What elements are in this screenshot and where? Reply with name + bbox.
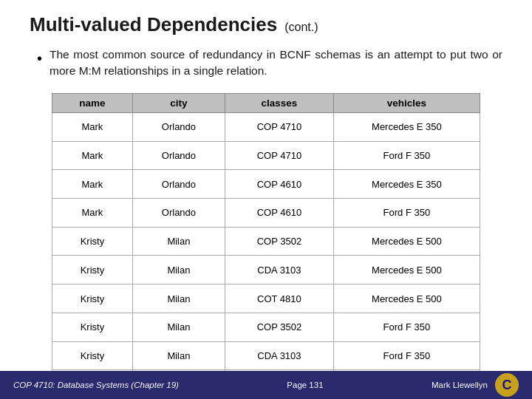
table-cell: Mercedes E 500: [333, 227, 480, 256]
title-main: Multi-valued Dependencies: [30, 13, 277, 36]
table-cell: COP 4710: [225, 112, 334, 141]
table-cell: CDA 3103: [225, 341, 334, 370]
table-container: name city classes vehicles MarkOrlandoCO…: [30, 93, 502, 399]
title-row: Multi-valued Dependencies (cont.): [30, 13, 502, 36]
footer-right-group: Mark Llewellyn C: [432, 373, 519, 397]
col-city: city: [132, 93, 225, 112]
table-cell: Mercedes E 350: [333, 170, 480, 199]
table-cell: Kristy: [52, 313, 133, 341]
table-cell: Mercedes E 500: [333, 284, 480, 313]
table-cell: Orlando: [132, 112, 225, 141]
table-cell: Milan: [132, 284, 225, 313]
table-row: KristyMilanCDA 3103Mercedes E 500: [52, 256, 480, 284]
table-row: KristyMilanCDA 3103Ford F 350: [52, 341, 480, 370]
slide: Multi-valued Dependencies (cont.) • The …: [0, 0, 532, 399]
bullet-text: The most common source of redundancy in …: [50, 47, 502, 80]
table-cell: Mercedes E 500: [333, 256, 480, 284]
table-cell: Orlando: [132, 141, 225, 170]
table-cell: COP 3502: [225, 227, 334, 256]
table-cell: COP 4610: [225, 170, 334, 199]
table-cell: Mark: [52, 141, 133, 170]
table-cell: Mark: [52, 199, 133, 228]
table-row: KristyMilanCOT 4810Mercedes E 500: [52, 284, 480, 313]
footer-author: Mark Llewellyn: [432, 381, 488, 389]
col-classes: classes: [225, 93, 334, 112]
table-cell: Milan: [132, 341, 225, 370]
table-cell: Kristy: [52, 284, 133, 313]
data-table: name city classes vehicles MarkOrlandoCO…: [52, 93, 480, 399]
title-sub: (cont.): [284, 21, 318, 34]
table-cell: Kristy: [52, 341, 133, 370]
table-header: name city classes vehicles: [52, 93, 480, 112]
table-cell: Orlando: [132, 170, 225, 199]
table-cell: Kristy: [52, 227, 133, 256]
table-cell: Milan: [132, 227, 225, 256]
footer: COP 4710: Database Systems (Chapter 19) …: [0, 371, 532, 399]
table-row: KristyMilanCOP 3502Ford F 350: [52, 313, 480, 341]
bullet-icon: •: [37, 48, 42, 69]
table-cell: COP 4710: [225, 141, 334, 170]
col-vehicles: vehicles: [333, 93, 480, 112]
footer-page: Page 131: [287, 381, 323, 389]
table-cell: Kristy: [52, 256, 133, 284]
table-cell: COT 4810: [225, 284, 334, 313]
table-body: MarkOrlandoCOP 4710Mercedes E 350MarkOrl…: [52, 112, 480, 398]
bullet-section: • The most common source of redundancy i…: [30, 47, 502, 80]
table-cell: Mark: [52, 112, 133, 141]
table-cell: COP 3502: [225, 313, 334, 341]
table-cell: Ford F 350: [333, 199, 480, 228]
table-cell: Milan: [132, 256, 225, 284]
table-row: KristyMilanCOP 3502Mercedes E 500: [52, 227, 480, 256]
table-cell: Ford F 350: [333, 313, 480, 341]
table-cell: Mercedes E 350: [333, 112, 480, 141]
col-name: name: [52, 93, 133, 112]
table-cell: COP 4610: [225, 199, 334, 228]
table-row: MarkOrlandoCOP 4610Mercedes E 350: [52, 170, 480, 199]
table-row: MarkOrlandoCOP 4710Mercedes E 350: [52, 112, 480, 141]
table-cell: Ford F 350: [333, 141, 480, 170]
table-row: MarkOrlandoCOP 4710Ford F 350: [52, 141, 480, 170]
table-cell: Orlando: [132, 199, 225, 228]
table-cell: CDA 3103: [225, 256, 334, 284]
footer-course: COP 4710: Database Systems (Chapter 19): [13, 381, 179, 389]
header-row: name city classes vehicles: [52, 93, 480, 112]
footer-logo: C: [495, 373, 519, 397]
table-cell: Ford F 350: [333, 341, 480, 370]
table-cell: Milan: [132, 313, 225, 341]
table-cell: Mark: [52, 170, 133, 199]
table-row: MarkOrlandoCOP 4610Ford F 350: [52, 199, 480, 228]
